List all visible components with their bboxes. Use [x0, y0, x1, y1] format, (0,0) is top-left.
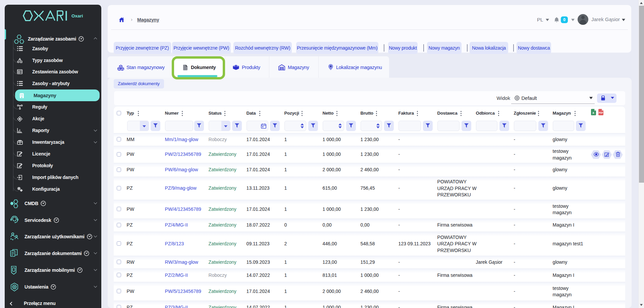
svg-text:PDF: PDF	[599, 112, 603, 114]
svg-text:X: X	[592, 111, 594, 115]
